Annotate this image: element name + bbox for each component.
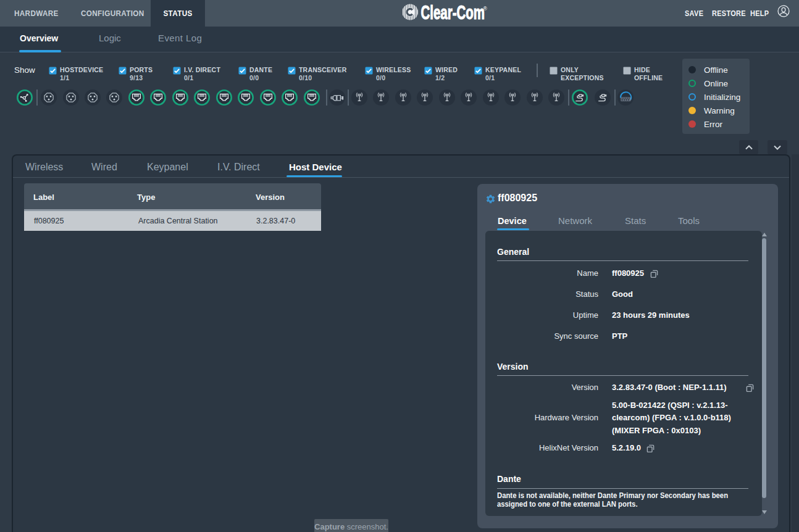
svg-text:Clear-Com: Clear-Com <box>421 4 485 23</box>
svg-text:®: ® <box>483 6 488 12</box>
